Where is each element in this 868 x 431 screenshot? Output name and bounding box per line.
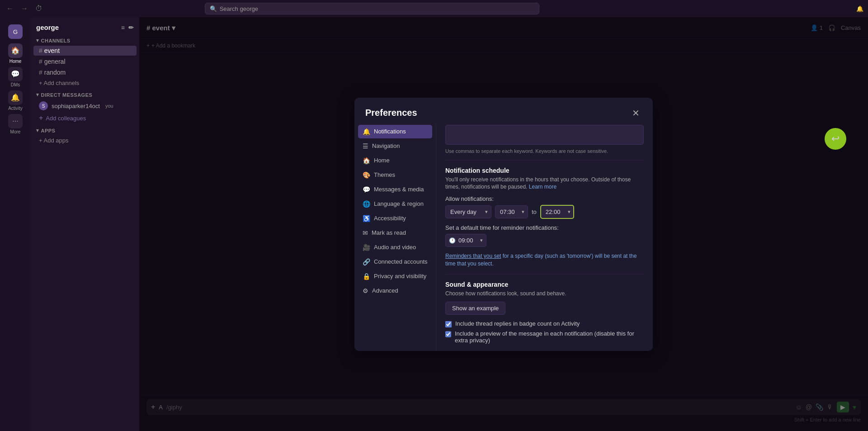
more-icon: ··· (8, 114, 23, 128)
nav-audio-video[interactable]: 🎥 Audio and video (358, 241, 432, 254)
sound-title: Sound & appearance (445, 281, 644, 288)
modal-content-area: Use commas to separate each keyword. Key… (436, 125, 653, 351)
channel-general[interactable]: # general (33, 57, 137, 66)
notif-schedule-desc: You'll only receive notifications in the… (445, 176, 644, 191)
workspace-avatar[interactable]: G (8, 24, 23, 39)
advanced-nav-icon: ⚙ (363, 287, 368, 294)
icon-rail: G 🏠 Home 💬 DMs 🔔 Activity ··· More (0, 17, 31, 431)
nav-notifications[interactable]: 🔔 Notifications (358, 125, 432, 138)
add-channels-button[interactable]: + Add channels (33, 78, 137, 88)
show-example-button[interactable]: Show an example (445, 302, 505, 315)
from-time-dropdown[interactable]: 07:30 (495, 205, 528, 218)
modal-overlay[interactable]: Preferences ✕ 🔔 Notifications ☰ Navigati… (139, 17, 868, 431)
home-icon: 🏠 (8, 43, 23, 58)
channel-event[interactable]: # event (33, 46, 137, 56)
nav-navigation[interactable]: ☰ Navigation (358, 139, 432, 153)
back-button[interactable]: ← (5, 3, 15, 14)
modal-body: 🔔 Notifications ☰ Navigation 🏠 Home (354, 119, 653, 351)
modal-header: Preferences ✕ (354, 98, 653, 119)
keyword-hint: Use commas to separate each keyword. Key… (445, 148, 644, 154)
nav-mark-as-read[interactable]: ✉ Mark as read (358, 226, 432, 240)
channel-random[interactable]: # random (33, 67, 137, 77)
modal-close-button[interactable]: ✕ (629, 107, 642, 119)
search-icon: 🔍 (210, 5, 217, 12)
nav-accessibility[interactable]: ♿ Accessibility (358, 212, 432, 225)
home-nav-icon: 🏠 (363, 157, 370, 164)
filter-icon[interactable]: ≡ (121, 24, 125, 31)
sound-section: Sound & appearance Choose how notificati… (445, 281, 644, 344)
messages-nav-icon: 💬 (363, 186, 370, 193)
dm-item-sophia[interactable]: S sophiaparker14oct you (33, 100, 137, 112)
language-nav-icon: 🌐 (363, 200, 370, 208)
hash-icon: # (39, 47, 42, 54)
divider-2 (445, 274, 644, 275)
reminder-title: Set a default time for reminder notifica… (445, 224, 644, 231)
allow-notif-row: Every day Weekdays Weekends Custom 07:30 (445, 205, 644, 219)
dm-section-header[interactable]: ▾ Direct messages (31, 88, 139, 99)
connected-nav-icon: 🔗 (363, 258, 370, 265)
apps-collapse-icon: ▾ (36, 128, 39, 133)
from-time-dropdown-wrapper: 07:30 (495, 205, 528, 218)
rail-item-activity[interactable]: 🔔 Activity (5, 90, 26, 111)
hash-icon-2: # (39, 58, 42, 65)
nav-themes[interactable]: 🎨 Themes (358, 168, 432, 182)
cursor-indicator: ↩ (825, 128, 846, 150)
add-colleagues-button[interactable]: + Add colleagues (33, 113, 137, 123)
forward-button[interactable]: → (19, 3, 30, 14)
apps-section-header[interactable]: ▾ Apps (31, 124, 139, 135)
modal-sidebar: 🔔 Notifications ☰ Navigation 🏠 Home (354, 125, 436, 351)
reminder-time-wrapper: 09:00 (445, 234, 486, 247)
sound-desc: Choose how notifications look, sound and… (445, 290, 644, 298)
compose-icon[interactable]: ✏ (128, 24, 134, 31)
nav-language[interactable]: 🌐 Language & region (358, 197, 432, 211)
nav-advanced[interactable]: ⚙ Advanced (358, 284, 432, 298)
nav-messages-media[interactable]: 💬 Messages & media (358, 183, 432, 196)
checkbox-preview: Include a preview of the message in each… (445, 330, 644, 344)
to-time-dropdown[interactable]: 22:00 (540, 205, 574, 219)
learn-more-link[interactable]: Learn more (529, 184, 557, 190)
plus-icon: + (39, 114, 43, 122)
keyword-textarea[interactable] (445, 125, 644, 145)
preview-checkbox[interactable] (445, 331, 451, 337)
to-time-dropdown-wrapper: 22:00 (540, 205, 574, 219)
day-dropdown[interactable]: Every day Weekdays Weekends Custom (445, 205, 491, 218)
reminder-link-text: Reminders that you set for a specific da… (445, 252, 644, 268)
reminder-row: 09:00 (445, 234, 644, 247)
notif-nav-icon: 🔔 (363, 128, 370, 135)
rail-item-more[interactable]: ··· More (5, 113, 26, 135)
audiovideo-nav-icon: 🎥 (363, 244, 370, 251)
workspace-name[interactable]: george (36, 24, 59, 31)
reminder-time-dropdown[interactable]: 09:00 (445, 234, 486, 247)
nav-privacy[interactable]: 🔒 Privacy and visibility (358, 270, 432, 283)
day-dropdown-wrapper: Every day Weekdays Weekends Custom (445, 205, 491, 218)
collapse-icon: ▾ (36, 38, 39, 43)
nav-connected-accounts[interactable]: 🔗 Connected accounts (358, 255, 432, 269)
preferences-modal: Preferences ✕ 🔔 Notifications ☰ Navigati… (354, 98, 653, 351)
rail-item-dms[interactable]: 💬 DMs (5, 66, 26, 88)
to-label: to (532, 208, 537, 215)
privacy-nav-icon: 🔒 (363, 273, 370, 280)
main-layout: G 🏠 Home 💬 DMs 🔔 Activity ··· More georg… (0, 17, 868, 431)
hash-icon-3: # (39, 69, 42, 76)
top-bar: ← → ⏱ 🔍 Search george 🔔 (0, 0, 868, 17)
sidebar-header: george ≡ ✏ (31, 21, 139, 34)
nav-home[interactable]: 🏠 Home (358, 154, 432, 167)
sophia-avatar: S (39, 101, 48, 110)
content-area: # event ▾ 👤 1 🎧 Canvas + + Add a bookmar… (139, 17, 868, 431)
modal-title: Preferences (365, 108, 417, 118)
channels-section-header[interactable]: ▾ Channels (31, 34, 139, 45)
top-right-controls: 🔔 (856, 5, 863, 12)
rail-item-home[interactable]: 🏠 Home (5, 43, 26, 64)
bell-icon[interactable]: 🔔 (856, 5, 863, 12)
thread-replies-checkbox[interactable] (445, 321, 452, 327)
reminders-link[interactable]: Reminders that you set (445, 253, 501, 259)
nav-nav-icon: ☰ (363, 142, 368, 150)
sidebar-header-icons: ≡ ✏ (121, 24, 134, 31)
notif-schedule-title: Notification schedule (445, 167, 644, 174)
history-button[interactable]: ⏱ (33, 3, 44, 14)
checkbox-thread-replies: Include thread replies in badge count on… (445, 320, 644, 327)
search-bar[interactable]: 🔍 Search george (205, 3, 539, 14)
dm-icon: 💬 (8, 67, 23, 81)
add-apps-button[interactable]: + Add apps (33, 136, 137, 145)
activity-icon: 🔔 (8, 90, 23, 105)
